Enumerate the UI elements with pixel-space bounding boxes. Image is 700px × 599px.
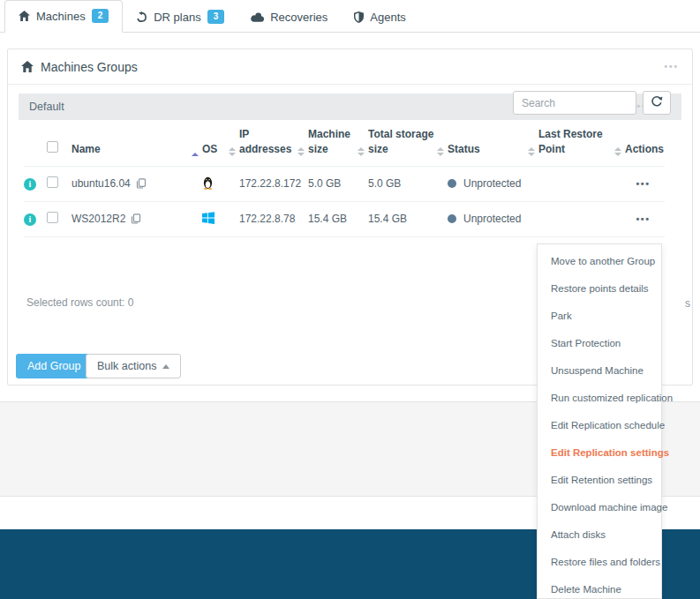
row-context-menu: Move to another Group Restore points det… — [537, 243, 662, 599]
select-all-checkbox[interactable] — [47, 141, 58, 153]
tab-label: Machines — [36, 10, 86, 23]
tab-agents[interactable]: Agents — [341, 3, 418, 33]
ip-address: 172.22.8.78 — [239, 213, 295, 225]
sort-icon[interactable] — [614, 147, 621, 158]
machines-table: Name OS IP addresses Machine size Total … — [24, 124, 665, 237]
machine-name: WS2012R2 — [72, 213, 125, 225]
add-group-button[interactable]: Add Group — [16, 354, 92, 378]
copy-icon[interactable] — [131, 213, 141, 224]
tab-dr-plans[interactable]: DR plans 3 — [123, 2, 237, 33]
column-last-restore-point[interactable]: Last Restore Point — [538, 124, 625, 166]
menu-item-attach-disks[interactable]: Attach disks — [538, 521, 661, 549]
column-total-storage-size[interactable]: Total storage size — [368, 124, 448, 166]
sort-asc-icon[interactable] — [192, 153, 199, 158]
card-header: Machines Groups ••• — [8, 49, 692, 85]
info-column-header — [24, 124, 47, 166]
group-title: Default — [29, 101, 64, 113]
menu-item-delete-machine[interactable]: Delete Machine — [538, 576, 661, 599]
shield-icon — [354, 11, 364, 23]
status-dot — [448, 179, 456, 188]
column-os[interactable]: OS — [202, 124, 239, 166]
info-icon[interactable]: i — [24, 178, 36, 191]
menu-item-start-protection[interactable]: Start Protection — [538, 330, 661, 357]
tab-recoveries[interactable]: Recoveries — [237, 3, 341, 33]
machine-size: 5.0 GB — [308, 177, 341, 190]
sort-icon[interactable] — [528, 147, 535, 158]
selected-rows-count: Selected rows count: 0 — [26, 296, 133, 309]
home-icon — [21, 61, 34, 72]
home-icon — [19, 11, 30, 21]
menu-item-edit-retention-settings[interactable]: Edit Retention settings — [538, 467, 661, 494]
copy-icon[interactable] — [136, 178, 147, 189]
status-label: Unprotected — [463, 213, 521, 225]
ip-address: 172.22.8.172 — [239, 177, 301, 190]
caret-up-icon — [162, 364, 169, 369]
table-toolbar — [513, 91, 671, 115]
table-row: i ubuntu16.04 172.22.8.172 5.0 GB 5.0 GB… — [24, 166, 665, 201]
card-menu-dots[interactable]: ••• — [664, 63, 679, 71]
column-ip-addresses[interactable]: IP addresses — [239, 124, 308, 166]
table-header-row: Name OS IP addresses Machine size Total … — [24, 124, 665, 166]
status-label: Unprotected — [463, 177, 521, 190]
menu-item-park[interactable]: Park — [538, 303, 661, 330]
info-icon[interactable]: i — [24, 213, 36, 226]
column-status[interactable]: Status — [448, 124, 538, 166]
menu-item-move-to-another-group[interactable]: Move to another Group — [538, 248, 661, 275]
row-checkbox[interactable] — [47, 212, 58, 223]
tab-label: Agents — [370, 11, 405, 24]
menu-item-download-machine-image[interactable]: Download machine image — [538, 494, 661, 521]
menu-item-edit-replication-schedule[interactable]: Edit Replication schedule — [538, 412, 661, 439]
row-checkbox[interactable] — [47, 176, 58, 188]
row-actions-menu[interactable]: ••• — [625, 178, 661, 189]
table-row: i WS2012R2 172.22.8.78 15.4 GB 15.4 GB U… — [24, 201, 665, 236]
column-machine-size[interactable]: Machine size — [308, 124, 368, 166]
cloud-icon — [251, 12, 264, 22]
menu-item-unsuspend-machine[interactable]: Unsuspend Machine — [538, 357, 661, 385]
row-actions-menu[interactable]: ••• — [625, 213, 661, 224]
linux-icon — [202, 180, 214, 192]
tab-count-badge: 3 — [207, 10, 225, 24]
refresh-button[interactable] — [643, 91, 671, 115]
top-tab-bar: Machines 2 DR plans 3 Recoveries Agents — [0, 4, 700, 33]
sort-icon[interactable] — [297, 147, 305, 158]
tab-count-badge: 2 — [92, 9, 109, 23]
machine-name: ubuntu16.04 — [72, 177, 131, 190]
partial-text-fragment: s — [685, 297, 690, 310]
tab-label: DR plans — [154, 11, 200, 24]
tab-machines[interactable]: Machines 2 — [4, 0, 123, 33]
select-all-header — [47, 124, 72, 166]
menu-item-restore-points-details[interactable]: Restore points details — [538, 275, 661, 303]
bulk-actions-button[interactable]: Bulk actions — [86, 354, 181, 378]
status-dot — [448, 214, 456, 223]
menu-item-edit-replication-settings[interactable]: Edit Replication settings — [538, 439, 661, 467]
menu-item-restore-files-and-folders[interactable]: Restore files and folders — [538, 549, 661, 576]
sort-icon[interactable] — [358, 147, 365, 158]
menu-item-run-customized-replication[interactable]: Run customized replication — [538, 385, 661, 412]
history-icon — [136, 11, 147, 23]
windows-icon — [202, 214, 215, 227]
total-storage-size: 5.0 GB — [368, 177, 401, 190]
total-storage-size: 15.4 GB — [368, 213, 407, 225]
search-input[interactable] — [513, 91, 636, 115]
column-actions: Actions — [625, 124, 665, 166]
card-title: Machines Groups — [41, 60, 138, 74]
sort-icon[interactable] — [437, 147, 444, 158]
refresh-icon — [651, 95, 663, 110]
column-name[interactable]: Name — [72, 124, 202, 166]
sort-icon[interactable] — [229, 147, 236, 158]
tab-label: Recoveries — [270, 11, 327, 24]
machine-size: 15.4 GB — [308, 213, 347, 225]
